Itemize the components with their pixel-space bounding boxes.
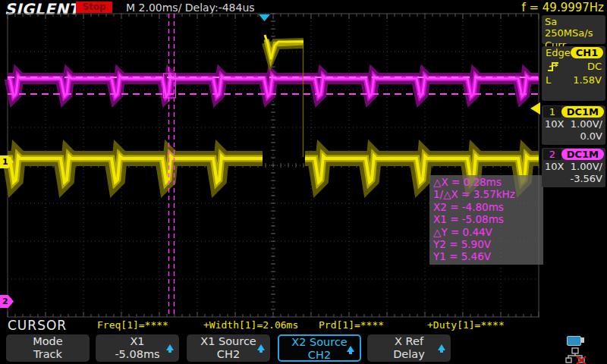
oscilloscope-screen: { "header": { "brand": "SIGLENT", "run_s… <box>0 0 607 364</box>
menu-button-x-ref[interactable]: X RefDelay <box>367 334 451 362</box>
measurement-freq: Freq[1]=**** <box>97 319 168 331</box>
ch1-scale: 1.00V/ <box>571 118 602 130</box>
measurement-period: Prd[1]=**** <box>319 319 384 331</box>
trigger-coupling: DC <box>587 61 602 72</box>
usb-icon <box>567 336 581 346</box>
readout-line: Y1 = 5.46V <box>433 250 539 262</box>
trigger-type: Edge <box>546 47 571 58</box>
ch2-info-panel[interactable]: 2 DC1M 10X 1.00V/ -3.56V <box>542 148 605 187</box>
chevron-up-icon <box>257 344 265 350</box>
menu-button-mode[interactable]: ModeTrack <box>6 334 90 362</box>
trigger-level-icon[interactable] <box>530 102 540 115</box>
trigger-source-badge: CH1 <box>571 47 603 58</box>
ch2-scale: 1.00V/ <box>571 161 602 173</box>
readout-line: △Y = 0.44V <box>433 226 539 238</box>
chevron-up-icon <box>166 344 174 350</box>
usb-plug-icon <box>580 337 584 343</box>
ch1-number: 1 <box>543 106 561 118</box>
sample-rate: Sa 250MSa/s <box>542 15 605 39</box>
readout-line: Y2 = 5.90V <box>433 238 539 250</box>
button-title: Mode <box>6 335 90 348</box>
menu-button-x2-source[interactable]: X2 SourceCH2 <box>278 334 361 362</box>
ch2-probe: 10X <box>545 161 564 173</box>
ch1-info-panel[interactable]: 1 DC1M 10X 1.00V/ 0.0V <box>542 105 605 145</box>
rising-edge-icon <box>546 60 561 73</box>
ch1-offset: 0.0V <box>580 130 602 143</box>
button-value: Track <box>6 348 90 361</box>
cursor-readout-panel: △X = 0.28ms 1/△X = 3.57kHz X2 = -4.80ms … <box>429 175 543 265</box>
measurement-pwidth: +Width[1]=2.06ms <box>203 319 298 331</box>
chevron-up-icon <box>438 344 445 350</box>
readout-line: △X = 0.28ms <box>433 176 539 188</box>
ch2-offset: -3.56V <box>570 173 602 185</box>
readout-line: X1 = -5.08ms <box>433 213 539 225</box>
cursor-mode-title: CURSOR <box>8 318 67 333</box>
readout-line: X2 = -4.80ms <box>433 201 539 213</box>
menu-button-x1[interactable]: X1-5.08ms <box>96 334 179 362</box>
trigger-level-label: L <box>546 74 551 86</box>
trigger-panel[interactable]: Edge CH1 DC L 1.58V <box>542 46 605 101</box>
lan-disconnected-icon <box>565 347 587 364</box>
ch1-coupling-badge: DC1M <box>561 106 604 118</box>
ch1-probe: 10X <box>545 118 564 130</box>
trigger-position-icon[interactable] <box>259 14 270 21</box>
measurement-duty: +Duty[1]=**** <box>427 319 505 331</box>
readout-line: 1/△X = 3.57kHz <box>433 188 539 200</box>
chevron-up-icon <box>347 346 354 352</box>
trigger-level-value: 1.58V <box>573 74 602 86</box>
ch2-coupling-badge: DC1M <box>561 149 604 160</box>
ch2-number: 2 <box>543 149 561 160</box>
menu-button-x1-source[interactable]: X1 SourceCH2 <box>187 334 270 362</box>
acquisition-panel: Sa 250MSa/s Curr 7.00Mpts <box>542 15 605 44</box>
